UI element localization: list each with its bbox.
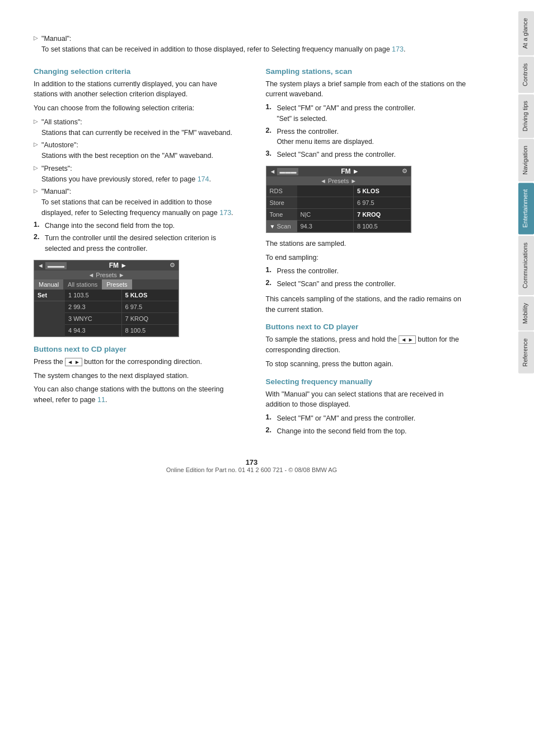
scan-cell-2-2: 6 97.5	[354, 197, 411, 209]
cell-4-2: 8 100.5	[122, 325, 179, 337]
sample-num-2: 2.	[266, 127, 277, 134]
bullet-autostore: ▷ "Autostore": Stations with the best re…	[34, 140, 238, 161]
tab-manual[interactable]: Manual	[34, 279, 63, 290]
bullet-all-stations: ▷ "All stations": Stations that can curr…	[34, 117, 238, 138]
intro-body: To set stations that can be received in …	[41, 45, 405, 53]
radio-tabs-1: Manual All stations Presets	[34, 279, 179, 290]
page-number: 173	[34, 458, 470, 466]
sampling-steps: 1. Select "FM" or "AM" and press the con…	[266, 103, 470, 160]
bullet-text-3: "Presets": Stations you have previously …	[41, 164, 211, 185]
presets-link[interactable]: 174	[198, 175, 209, 183]
sidebar-tab-communications[interactable]: Communications	[518, 236, 534, 295]
sidebar-store[interactable]: Store	[266, 197, 297, 209]
end-note: This cancels sampling of the stations, a…	[266, 294, 470, 315]
changing-criteria-heading: Changing selection criteria	[34, 67, 238, 76]
sample-num-3: 3.	[266, 150, 277, 157]
to-end-sampling: To end sampling:	[266, 253, 470, 263]
sidebar-tab-navigation[interactable]: Navigation	[518, 139, 534, 181]
buttons-cd-left-heading: Buttons next to CD player	[34, 345, 238, 353]
sidebar-tab-controls[interactable]: Controls	[518, 57, 534, 93]
cell-2-2: 6 97.5	[122, 301, 179, 313]
cell-3-2: 7 KROQ	[122, 313, 179, 325]
sidebar-tone[interactable]: Tone	[266, 209, 297, 221]
radio-sidebar-1: Set	[34, 290, 65, 337]
sample-text-2: Press the controller. Other menu items a…	[277, 127, 374, 148]
intro-label: "Manual":	[41, 35, 71, 43]
bullet-triangle: ▷	[34, 35, 38, 41]
freq-text-1: Select "FM" or "AM" and press the contro…	[277, 413, 416, 424]
manual-link[interactable]: 173	[219, 209, 231, 217]
end-sampling-steps: 1. Press the controller. 2. Select "Scan…	[266, 266, 470, 290]
radio-display-2: ◄ ▬▬▬ FM ► ⚙ ◄ Presets ► RDS Store Tone …	[266, 166, 411, 233]
end-num-1: 1.	[266, 266, 277, 274]
right-sidebar: At a glance Controls Driving tips Naviga…	[486, 0, 534, 756]
buttons-cd-left-para1: Press the ◄ ► button for the correspondi…	[34, 357, 238, 367]
step-num-1: 1.	[34, 221, 45, 228]
sidebar-scan[interactable]: ▼ Scan	[266, 221, 297, 232]
top-bar-icon-2: ⚙	[402, 167, 407, 175]
radio-display-1: ◄ ▬▬▬ FM ► ⚙ ◄ Presets ► Manual All stat…	[34, 260, 179, 337]
end-step-1: 1. Press the controller.	[266, 266, 470, 277]
scan-cell-1-1	[297, 185, 354, 197]
intro-bullet: ▷ "Manual": To set stations that can be …	[34, 34, 470, 55]
scan-cell-2-1	[297, 197, 354, 209]
sampling-heading: Sampling stations, scan	[266, 67, 470, 76]
sidebar-tab-mobility[interactable]: Mobility	[518, 296, 534, 330]
cell-1-2: 5 KLOS	[122, 290, 179, 301]
bullet-text-4: "Manual": To set stations that can be re…	[41, 186, 238, 218]
sampling-para1: The system plays a brief sample from eac…	[266, 79, 470, 100]
sample-note-2: Other menu items are displayed.	[277, 138, 374, 146]
sidebar-tab-entertainment[interactable]: Entertainment	[518, 183, 534, 234]
sidebar-tab-driving-tips[interactable]: Driving tips	[518, 94, 534, 138]
radio-sidebar-2: RDS Store Tone ▼ Scan	[266, 185, 297, 232]
tab-all-stations[interactable]: All stations	[63, 279, 102, 290]
scan-cell-1-2: 5 KLOS	[354, 185, 411, 197]
bullet-arrow-2: ▷	[34, 141, 38, 147]
radio-second-bar-1: ◄ Presets ►	[34, 270, 179, 279]
selecting-freq-heading: Selecting frequency manually	[266, 377, 470, 386]
radio-top-bar-2: ◄ ▬▬▬ FM ► ⚙	[266, 166, 411, 176]
radio-grid-2: 5 KLOS 6 97.5 N|C 7 KROQ 94.3 8 100.5	[297, 185, 411, 232]
freq-step-2: 2. Change into the second field from the…	[266, 426, 470, 437]
radio-body-1: Set 1 103.5 5 KLOS 2 99.3 6 97.5 3 WNYC …	[34, 290, 179, 337]
criteria-steps: 1. Change into the second field from the…	[34, 221, 238, 254]
top-bar-left-1: ◄ ▬▬▬	[38, 262, 67, 269]
bullet-manual: ▷ "Manual": To set stations that can be …	[34, 186, 238, 218]
main-content: ▷ "Manual": To set stations that can be …	[0, 0, 486, 756]
sample-step-2: 2. Press the controller. Other menu item…	[266, 127, 470, 148]
step-1: 1. Change into the second field from the…	[34, 221, 238, 231]
sidebar-tab-reference[interactable]: Reference	[518, 332, 534, 374]
radio-body-2: RDS Store Tone ▼ Scan 5 KLOS 6 97.5 N|C	[266, 185, 411, 232]
bullet-text-1: "All stations": Stations that can curren…	[41, 117, 232, 138]
scan-cell-4-2: 8 100.5	[354, 221, 411, 232]
step-text-2: Turn the controller until the desired se…	[45, 233, 238, 254]
sample-step-1: 1. Select "FM" or "AM" and press the con…	[266, 103, 470, 124]
step-num-2: 2.	[34, 233, 45, 241]
freq-text-2: Change into the second field from the to…	[277, 426, 407, 437]
sidebar-tab-at-a-glance[interactable]: At a glance	[518, 11, 534, 55]
freq-num-2: 2.	[266, 426, 277, 434]
intro-link[interactable]: 173	[392, 45, 404, 53]
intro-bullet-text: "Manual": To set stations that can be re…	[41, 34, 405, 55]
sample-text-1: Select "FM" or "AM" and press the contro…	[277, 103, 416, 124]
sidebar-set[interactable]: Set	[34, 290, 65, 301]
sidebar-rds[interactable]: RDS	[266, 185, 297, 197]
step-text-1: Change into the second field from the to…	[45, 221, 175, 231]
radio-grid-1: 1 103.5 5 KLOS 2 99.3 6 97.5 3 WNYC 7 KR…	[65, 290, 179, 337]
radio-top-bar-1: ◄ ▬▬▬ FM ► ⚙	[34, 260, 179, 270]
footer-text: Online Edition for Part no. 01 41 2 600 …	[34, 466, 470, 473]
steering-link[interactable]: 11	[97, 396, 105, 404]
end-text-2: Select "Scan" and press the controller.	[277, 279, 396, 290]
scan-cell-4-1: 94.3	[297, 221, 354, 232]
sample-note-1: "Set" is selected.	[277, 115, 327, 123]
criteria-para1: In addition to the stations currently di…	[34, 79, 238, 100]
buttons-cd-left-para3: You can also change stations with the bu…	[34, 384, 238, 405]
end-step-2: 2. Select "Scan" and press the controlle…	[266, 279, 470, 290]
buttons-cd-right-para1: To sample the stations, press and hold t…	[266, 334, 470, 356]
step-2: 2. Turn the controller until the desired…	[34, 233, 238, 254]
bullet-arrow-3: ▷	[34, 165, 38, 171]
scan-arrow: ▼	[270, 223, 275, 230]
selecting-freq-steps: 1. Select "FM" or "AM" and press the con…	[266, 413, 470, 437]
bullet-arrow-4: ▷	[34, 188, 38, 194]
tab-presets[interactable]: Presets	[102, 279, 132, 290]
